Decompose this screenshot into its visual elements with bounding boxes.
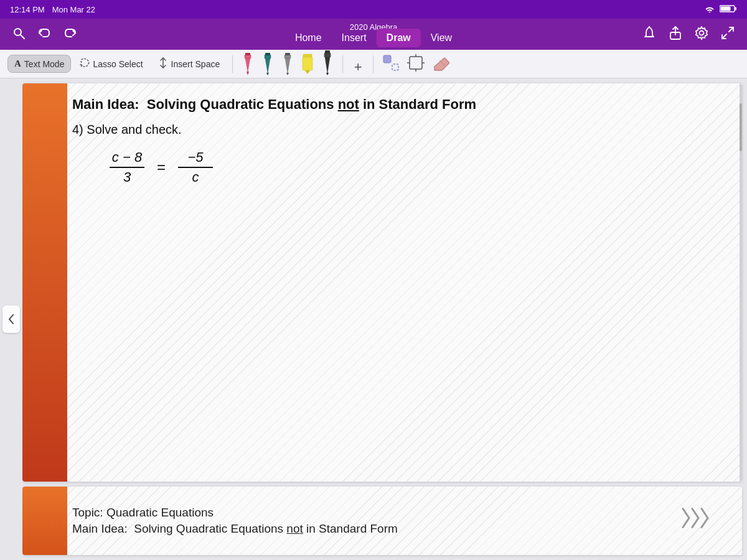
svg-marker-25 — [305, 70, 310, 74]
share-icon[interactable] — [669, 26, 682, 42]
svg-rect-32 — [392, 64, 398, 70]
pen-gray[interactable] — [279, 53, 296, 75]
tab-insert[interactable]: Insert — [332, 29, 377, 47]
back-button[interactable] — [2, 306, 20, 333]
eraser-tool[interactable] — [430, 52, 452, 77]
insert-space-button[interactable]: Insert Space — [152, 54, 227, 74]
toolbar-divider-1 — [232, 55, 233, 73]
page-heading: Main Idea: Solving Quadratic Equations n… — [72, 96, 723, 114]
bell-icon[interactable] — [642, 26, 656, 42]
status-bar-right — [705, 4, 737, 15]
rhs-numerator: −5 — [178, 149, 213, 168]
math-equation: c − 8 3 = −5 c — [110, 149, 723, 185]
notebook-area: Main Idea: Solving Quadratic Equations n… — [22, 78, 747, 560]
scroll-indicator[interactable] — [740, 83, 742, 482]
search-icon[interactable] — [12, 27, 25, 42]
svg-rect-1 — [735, 7, 737, 10]
toolbar-divider-3 — [373, 55, 374, 73]
svg-marker-21 — [286, 73, 289, 75]
status-bar: 12:14 PM Mon Mar 22 — [0, 0, 747, 19]
lasso-icon — [80, 58, 90, 70]
date-display: Mon Mar 22 — [52, 5, 95, 14]
svg-marker-16 — [265, 58, 270, 73]
svg-rect-2 — [721, 6, 731, 11]
battery-display — [720, 4, 737, 15]
svg-marker-20 — [285, 58, 290, 73]
tab-draw[interactable]: Draw — [377, 29, 421, 47]
nav-right — [642, 26, 735, 42]
tab-view[interactable]: View — [421, 29, 462, 47]
insert-space-label: Insert Space — [171, 59, 220, 69]
svg-marker-13 — [247, 72, 249, 75]
svg-line-4 — [21, 35, 24, 39]
lasso-select-label: Lasso Select — [93, 59, 143, 69]
text-mode-icon: A — [14, 58, 21, 69]
insert-space-icon — [158, 57, 168, 71]
page-nav-back[interactable] — [0, 78, 22, 560]
svg-rect-31 — [383, 55, 391, 63]
problem-text: 4) Solve and check. — [72, 123, 723, 137]
main-area: Main Idea: Solving Quadratic Equations n… — [0, 78, 747, 560]
time-display: 12:14 PM — [10, 5, 45, 14]
fraction-numerator: c − 8 — [110, 149, 144, 168]
tab-home[interactable]: Home — [285, 29, 332, 47]
add-tool[interactable]: + — [349, 53, 367, 75]
page-content: Main Idea: Solving Quadratic Equations n… — [22, 83, 742, 482]
svg-marker-12 — [245, 58, 250, 72]
bottom-page-sidebar — [22, 487, 67, 555]
nav-bar: 2020 Algebra Home Insert Draw View — [0, 19, 747, 50]
next-chevrons[interactable] — [680, 506, 717, 536]
svg-rect-15 — [245, 53, 250, 55]
wifi-icon — [705, 5, 715, 14]
svg-marker-28 — [326, 73, 329, 75]
svg-rect-26 — [303, 54, 312, 57]
pen-yellow[interactable] — [299, 53, 316, 75]
bottom-inner: Topic: Quadratic Equations Main Idea: So… — [72, 506, 723, 536]
pen-dark[interactable] — [319, 53, 336, 75]
svg-rect-29 — [324, 53, 331, 57]
text-mode-label: Text Mode — [24, 59, 65, 69]
svg-line-9 — [729, 27, 733, 32]
nav-center: Home Insert Draw View — [285, 29, 462, 47]
fraction-denominator: 3 — [123, 169, 131, 185]
status-bar-left: 12:14 PM Mon Mar 22 — [10, 5, 95, 14]
selection-tool[interactable] — [380, 52, 402, 77]
svg-rect-30 — [325, 50, 330, 54]
fraction-left: c − 8 3 — [110, 149, 144, 185]
text-mode-button[interactable]: A Text Mode — [7, 55, 71, 73]
bottom-topic: Topic: Quadratic Equations — [72, 506, 723, 520]
svg-rect-23 — [285, 53, 290, 55]
svg-rect-19 — [265, 53, 270, 55]
redo-icon[interactable] — [63, 27, 77, 42]
svg-point-8 — [700, 31, 704, 35]
rhs-denominator: c — [192, 169, 199, 185]
bottom-main-idea: Main Idea: Solving Quadratic Equations n… — [72, 522, 723, 536]
toolbar: A Text Mode Lasso Select Insert Space — [0, 50, 747, 78]
pen-pink[interactable] — [239, 53, 256, 75]
svg-rect-24 — [303, 57, 312, 70]
page-inner: Main Idea: Solving Quadratic Equations n… — [72, 96, 723, 185]
nav-left — [12, 27, 77, 42]
undo-icon[interactable] — [37, 27, 51, 42]
fraction-right: −5 c — [178, 149, 213, 185]
bottom-page-card: Topic: Quadratic Equations Main Idea: So… — [22, 487, 742, 555]
svg-line-10 — [722, 34, 726, 39]
lasso-select-button[interactable]: Lasso Select — [73, 55, 149, 73]
toolbar-divider-2 — [342, 55, 343, 73]
expand-icon[interactable] — [721, 26, 735, 42]
scroll-thumb[interactable] — [740, 103, 742, 151]
svg-rect-33 — [410, 57, 422, 69]
svg-marker-17 — [266, 73, 269, 75]
transform-tool[interactable] — [405, 52, 427, 77]
equals-sign: = — [157, 159, 166, 176]
main-page-card: Main Idea: Solving Quadratic Equations n… — [22, 83, 742, 482]
bottom-page-content: Topic: Quadratic Equations Main Idea: So… — [22, 487, 742, 555]
settings-icon[interactable] — [695, 26, 708, 42]
svg-marker-27 — [325, 57, 330, 73]
pen-teal[interactable] — [259, 53, 276, 75]
page-sidebar — [22, 83, 67, 482]
